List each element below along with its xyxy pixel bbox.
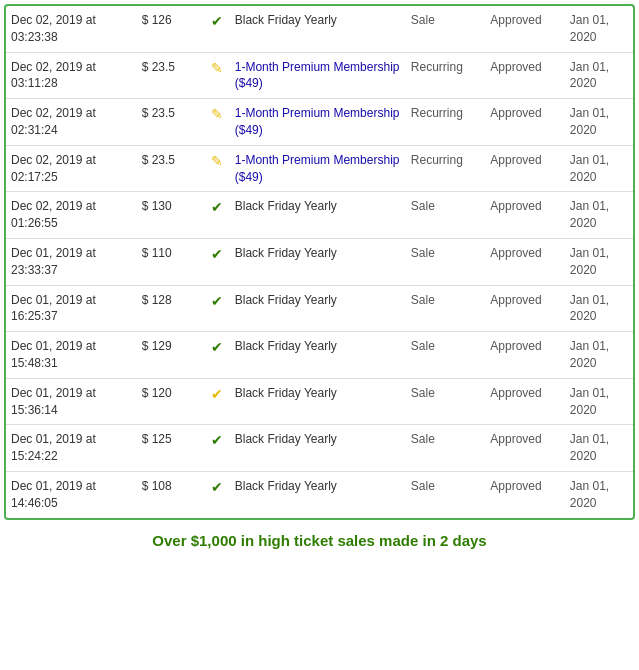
cell-status: Approved [485, 285, 565, 332]
date-line1: Dec 02, 2019 at [11, 153, 96, 167]
footer-text: Over $1,000 in high ticket sales made in… [0, 524, 639, 553]
cell-type: Sale [406, 378, 486, 425]
date-line1: Dec 01, 2019 at [11, 293, 96, 307]
cell-product: Black Friday Yearly [230, 471, 406, 517]
table-row: Dec 02, 2019 at 01:26:55 $ 130 ✔ Black F… [6, 192, 633, 239]
cell-type: Sale [406, 192, 486, 239]
cell-amount: $ 126 [137, 6, 205, 52]
cell-icon: ✎ [205, 99, 230, 146]
cell-product: Black Friday Yearly [230, 425, 406, 472]
cell-status: Approved [485, 332, 565, 379]
cell-icon: ✔ [205, 192, 230, 239]
cell-status: Approved [485, 425, 565, 472]
cell-expiry: Jan 01, 2020 [565, 332, 633, 379]
cell-amount: $ 129 [137, 332, 205, 379]
cell-icon: ✔ [205, 425, 230, 472]
cell-icon: ✔ [205, 6, 230, 52]
cell-product: Black Friday Yearly [230, 192, 406, 239]
cell-product: Black Friday Yearly [230, 285, 406, 332]
date-line2: 15:48:31 [11, 356, 58, 370]
cell-type: Recurring [406, 145, 486, 192]
cell-status: Approved [485, 378, 565, 425]
cell-amount: $ 120 [137, 378, 205, 425]
table-row: Dec 02, 2019 at 02:17:25 $ 23.5 ✎ 1-Mont… [6, 145, 633, 192]
date-line2: 23:33:37 [11, 263, 58, 277]
cell-expiry: Jan 01, 2020 [565, 471, 633, 517]
cell-product: 1-Month Premium Membership ($49) [230, 145, 406, 192]
date-line2: 03:11:28 [11, 76, 58, 90]
table-row: Dec 01, 2019 at 16:25:37 $ 128 ✔ Black F… [6, 285, 633, 332]
cell-product: Black Friday Yearly [230, 6, 406, 52]
cell-date: Dec 02, 2019 at 02:17:25 [6, 145, 137, 192]
date-line2: 15:36:14 [11, 403, 58, 417]
cell-product: 1-Month Premium Membership ($49) [230, 52, 406, 99]
table-row: Dec 01, 2019 at 15:48:31 $ 129 ✔ Black F… [6, 332, 633, 379]
table-row: Dec 01, 2019 at 23:33:37 $ 110 ✔ Black F… [6, 238, 633, 285]
pencil-icon: ✎ [211, 106, 223, 122]
cell-icon: ✎ [205, 145, 230, 192]
cell-status: Approved [485, 145, 565, 192]
cell-product: 1-Month Premium Membership ($49) [230, 99, 406, 146]
cell-type: Sale [406, 6, 486, 52]
cell-expiry: Jan 01, 2020 [565, 425, 633, 472]
table-row: Dec 01, 2019 at 15:24:22 $ 125 ✔ Black F… [6, 425, 633, 472]
date-line1: Dec 02, 2019 at [11, 60, 96, 74]
cell-icon: ✔ [205, 285, 230, 332]
cell-status: Approved [485, 6, 565, 52]
cell-expiry: Jan 01, 2020 [565, 99, 633, 146]
pencil-icon: ✎ [211, 60, 223, 76]
sales-table-container: Dec 02, 2019 at 03:23:38 $ 126 ✔ Black F… [4, 4, 635, 520]
cell-amount: $ 108 [137, 471, 205, 517]
cell-status: Approved [485, 99, 565, 146]
cell-amount: $ 110 [137, 238, 205, 285]
cell-type: Sale [406, 425, 486, 472]
cell-status: Approved [485, 192, 565, 239]
sales-table: Dec 02, 2019 at 03:23:38 $ 126 ✔ Black F… [6, 6, 633, 518]
cell-status: Approved [485, 471, 565, 517]
cell-date: Dec 01, 2019 at 16:25:37 [6, 285, 137, 332]
date-line2: 16:25:37 [11, 309, 58, 323]
cell-product: Black Friday Yearly [230, 332, 406, 379]
cell-expiry: Jan 01, 2020 [565, 192, 633, 239]
cell-icon: ✎ [205, 52, 230, 99]
table-row: Dec 02, 2019 at 02:31:24 $ 23.5 ✎ 1-Mont… [6, 99, 633, 146]
cell-icon: ✔ [205, 332, 230, 379]
check-icon: ✔ [211, 293, 223, 309]
check-icon: ✔ [211, 13, 223, 29]
cell-icon: ✔ [205, 378, 230, 425]
date-line1: Dec 02, 2019 at [11, 199, 96, 213]
cell-amount: $ 125 [137, 425, 205, 472]
cell-type: Sale [406, 285, 486, 332]
cell-date: Dec 02, 2019 at 01:26:55 [6, 192, 137, 239]
cell-amount: $ 130 [137, 192, 205, 239]
cell-type: Sale [406, 471, 486, 517]
cell-date: Dec 01, 2019 at 15:24:22 [6, 425, 137, 472]
cell-amount: $ 23.5 [137, 99, 205, 146]
table-row: Dec 01, 2019 at 15:36:14 $ 120 ✔ Black F… [6, 378, 633, 425]
cell-date: Dec 02, 2019 at 03:23:38 [6, 6, 137, 52]
check-icon: ✔ [211, 479, 223, 495]
check-icon: ✔ [211, 199, 223, 215]
cell-status: Approved [485, 52, 565, 99]
pencil-icon: ✎ [211, 153, 223, 169]
date-line1: Dec 02, 2019 at [11, 13, 96, 27]
cell-icon: ✔ [205, 238, 230, 285]
cell-status: Approved [485, 238, 565, 285]
date-line2: 03:23:38 [11, 30, 58, 44]
date-line1: Dec 01, 2019 at [11, 386, 96, 400]
check-icon: ✔ [211, 339, 223, 355]
cell-date: Dec 01, 2019 at 23:33:37 [6, 238, 137, 285]
cell-product: Black Friday Yearly [230, 238, 406, 285]
check-icon: ✔ [211, 386, 223, 402]
date-line1: Dec 01, 2019 at [11, 432, 96, 446]
cell-product: Black Friday Yearly [230, 378, 406, 425]
cell-expiry: Jan 01, 2020 [565, 145, 633, 192]
cell-expiry: Jan 01, 2020 [565, 52, 633, 99]
cell-amount: $ 23.5 [137, 145, 205, 192]
cell-date: Dec 01, 2019 at 14:46:05 [6, 471, 137, 517]
cell-date: Dec 01, 2019 at 15:48:31 [6, 332, 137, 379]
date-line2: 14:46:05 [11, 496, 58, 510]
table-row: Dec 02, 2019 at 03:23:38 $ 126 ✔ Black F… [6, 6, 633, 52]
date-line2: 02:17:25 [11, 170, 58, 184]
date-line2: 01:26:55 [11, 216, 58, 230]
